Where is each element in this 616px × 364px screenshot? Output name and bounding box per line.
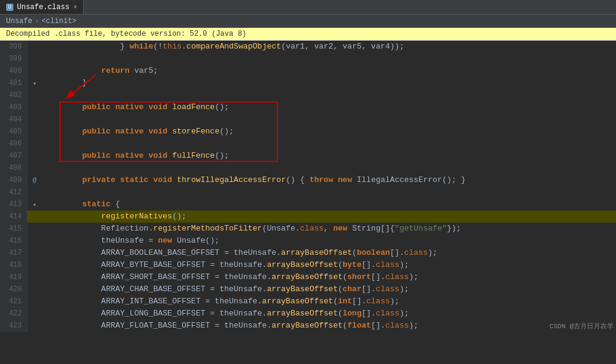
code-line-399: 399 <box>0 53 616 65</box>
line-content: ARRAY_CHAR_BASE_OFFSET = theUnsafe.array… <box>42 283 616 295</box>
tab-unsafe-class[interactable]: U Unsafe.class × <box>0 0 84 14</box>
line-content: Reflection.registerMethodsToFilter(Unsaf… <box>42 223 616 235</box>
line-gutter <box>27 211 42 223</box>
code-line-418: 418 ARRAY_BYTE_BASE_OFFSET = theUnsafe.a… <box>0 259 616 271</box>
line-number: 416 <box>0 235 27 247</box>
tab-bar: U Unsafe.class × <box>0 0 616 15</box>
code-area: 398 } while(!this.compareAndSwapObject(v… <box>0 41 616 332</box>
code-line-401: 401▾ } <box>0 77 616 89</box>
line-number: 412 <box>0 186 27 198</box>
line-content: ARRAY_INT_BASE_OFFSET = theUnsafe.arrayB… <box>42 295 616 308</box>
line-gutter <box>27 259 42 271</box>
code-line-409: 409@ private static void throwIllegalAcc… <box>0 174 616 186</box>
line-gutter[interactable]: ▾ <box>27 77 42 89</box>
line-gutter <box>27 65 42 77</box>
line-gutter <box>27 41 42 53</box>
code-lines-container: 398 } while(!this.compareAndSwapObject(v… <box>0 41 616 332</box>
line-gutter <box>27 53 42 65</box>
line-gutter[interactable]: @ <box>27 174 42 186</box>
info-bar: Decompiled .class file, bytecode version… <box>0 28 616 41</box>
code-line-406: 406 <box>0 138 616 150</box>
line-content: ARRAY_LONG_BASE_OFFSET = theUnsafe.array… <box>42 308 616 320</box>
code-line-408: 408 <box>0 162 616 174</box>
code-line-420: 420 ARRAY_CHAR_BASE_OFFSET = theUnsafe.a… <box>0 283 616 295</box>
code-line-422: 422 ARRAY_LONG_BASE_OFFSET = theUnsafe.a… <box>0 308 616 320</box>
line-number: 404 <box>0 113 27 126</box>
line-number: 414 <box>0 211 27 223</box>
line-number: 423 <box>0 320 27 332</box>
line-number: 421 <box>0 295 27 308</box>
line-gutter <box>27 308 42 320</box>
line-gutter <box>27 138 42 150</box>
line-number: 401 <box>0 77 27 89</box>
code-line-405: 405 public native void storeFence(); <box>0 126 616 138</box>
line-number: 403 <box>0 101 27 113</box>
code-line-407: 407 public native void fullFence(); <box>0 150 616 162</box>
line-number: 413 <box>0 198 27 211</box>
line-content: registerNatives(); <box>42 211 616 223</box>
line-number: 418 <box>0 259 27 271</box>
line-gutter <box>27 162 42 174</box>
line-gutter <box>27 150 42 162</box>
line-gutter <box>27 235 42 247</box>
line-content: static { <box>42 198 616 211</box>
line-gutter <box>27 113 42 126</box>
line-number: 415 <box>0 223 27 235</box>
line-number: 399 <box>0 53 27 65</box>
code-line-419: 419 ARRAY_SHORT_BASE_OFFSET = theUnsafe.… <box>0 271 616 283</box>
line-content: public native void loadFence(); <box>42 101 616 113</box>
info-text: Decompiled .class file, bytecode version… <box>6 30 246 38</box>
line-number: 402 <box>0 89 27 101</box>
line-gutter <box>27 283 42 295</box>
code-line-421: 421 ARRAY_INT_BASE_OFFSET = theUnsafe.ar… <box>0 295 616 308</box>
line-content: public native void storeFence(); <box>42 126 616 138</box>
line-gutter <box>27 126 42 138</box>
line-content: theUnsafe = new Unsafe(); <box>42 235 616 247</box>
code-line-398: 398 } while(!this.compareAndSwapObject(v… <box>0 41 616 53</box>
watermark: CSDN @古月日月农羊 <box>549 322 614 331</box>
line-content: public native void fullFence(); <box>42 150 616 162</box>
line-number: 407 <box>0 150 27 162</box>
line-content: ARRAY_FLOAT_BASE_OFFSET = theUnsafe.arra… <box>42 320 616 332</box>
line-gutter <box>27 186 42 198</box>
line-number: 398 <box>0 41 27 53</box>
code-line-413: 413▾ static { <box>0 198 616 211</box>
breadcrumb-sep-1: › <box>35 17 39 25</box>
line-number: 417 <box>0 247 27 259</box>
code-line-414: 414 registerNatives(); <box>0 211 616 223</box>
code-line-404: 404 <box>0 113 616 126</box>
line-gutter <box>27 101 42 113</box>
line-gutter <box>27 295 42 308</box>
tab-close-button[interactable]: × <box>73 4 77 11</box>
line-gutter <box>27 223 42 235</box>
tab-label: Unsafe.class <box>17 3 69 12</box>
code-line-402: 402 <box>0 89 616 101</box>
line-number: 406 <box>0 138 27 150</box>
line-content: } while(!this.compareAndSwapObject(var1,… <box>42 41 616 53</box>
line-gutter <box>27 271 42 283</box>
line-number: 420 <box>0 283 27 295</box>
line-number: 408 <box>0 162 27 174</box>
line-content: return var5; <box>42 65 616 77</box>
line-number: 419 <box>0 271 27 283</box>
code-line-416: 416 theUnsafe = new Unsafe(); <box>0 235 616 247</box>
code-line-403: 403 public native void loadFence(); <box>0 101 616 113</box>
line-number: 422 <box>0 308 27 320</box>
code-line-417: 417 ARRAY_BOOLEAN_BASE_OFFSET = theUnsaf… <box>0 247 616 259</box>
line-gutter <box>27 320 42 332</box>
breadcrumb: Unsafe › <clinit> <box>0 15 616 28</box>
breadcrumb-part-2: <clinit> <box>41 17 76 25</box>
line-content: ARRAY_BOOLEAN_BASE_OFFSET = theUnsafe.ar… <box>42 247 616 259</box>
code-line-412: 412 <box>0 186 616 198</box>
breadcrumb-part-1: Unsafe <box>6 17 32 25</box>
file-icon: U <box>6 4 13 11</box>
line-content: private static void throwIllegalAccessEr… <box>42 174 616 186</box>
line-gutter[interactable]: ▾ <box>27 198 42 211</box>
code-line-423: 423 ARRAY_FLOAT_BASE_OFFSET = theUnsafe.… <box>0 320 616 332</box>
line-content: } <box>42 77 616 89</box>
line-number: 405 <box>0 126 27 138</box>
line-number: 409 <box>0 174 27 186</box>
line-gutter <box>27 247 42 259</box>
line-content: ARRAY_BYTE_BASE_OFFSET = theUnsafe.array… <box>42 259 616 271</box>
line-content: ARRAY_SHORT_BASE_OFFSET = theUnsafe.arra… <box>42 271 616 283</box>
